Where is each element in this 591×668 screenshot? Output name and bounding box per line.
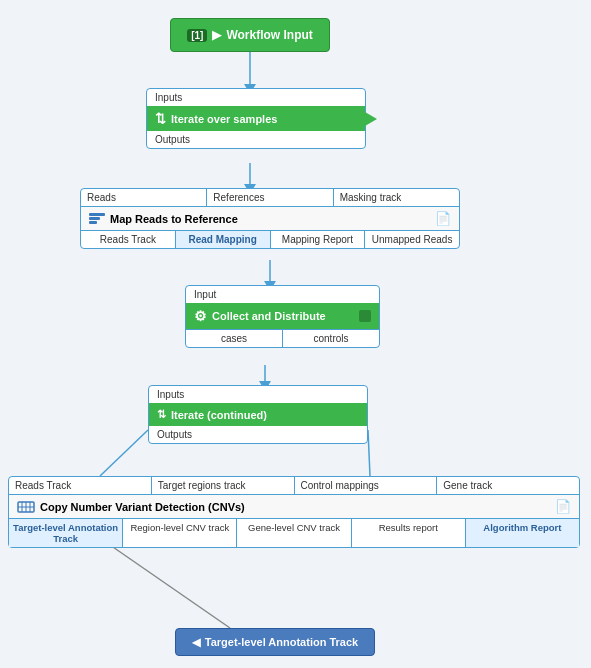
iterate-cont-input-label: Inputs (149, 386, 367, 403)
target-node-icon: ◀ (192, 636, 200, 649)
cnv-node[interactable]: Reads Track Target regions track Control… (8, 476, 580, 548)
iterate-cont-label: Iterate (continued) (171, 409, 267, 421)
cnv-header-control-mappings: Control mappings (295, 477, 438, 494)
cnv-icon (17, 500, 35, 514)
map-reads-header-masking: Masking track (334, 189, 459, 206)
cnv-output-results-report: Results report (352, 519, 466, 547)
iterate-cont-output-label: Outputs (149, 426, 367, 443)
iterate-samples-input-label: Inputs (147, 89, 365, 106)
cnv-output-target-annotation: Target-level Annotation Track (9, 519, 123, 547)
cnv-header: Reads Track Target regions track Control… (9, 477, 579, 495)
workflow-input-icon: ▶ (212, 28, 221, 42)
cnv-output-algorithm-report: Algorithm Report (466, 519, 579, 547)
collect-input-label: Input (186, 286, 379, 303)
map-reads-node[interactable]: Reads References Masking track Map Reads… (80, 188, 460, 249)
workflow-canvas: [1] ▶ Workflow Input Inputs ⇅ Iterate ov… (0, 0, 591, 668)
map-reads-icon (89, 213, 105, 225)
iterate-icon: ⇅ (155, 111, 166, 126)
cnv-output-region-cnv: Region-level CNV track (123, 519, 237, 547)
iterate-samples-bar[interactable]: ⇅ Iterate over samples (147, 106, 365, 131)
iterate-samples-node[interactable]: Inputs ⇅ Iterate over samples Outputs (146, 88, 366, 149)
collect-output-cases: cases (186, 330, 283, 347)
map-reads-output-read-mapping: Read Mapping (176, 231, 271, 248)
map-reads-header-reads: Reads (81, 189, 207, 206)
collect-arrow-indicator (359, 310, 371, 322)
target-node-label: Target-level Annotation Track (205, 636, 358, 648)
workflow-badge: [1] (187, 29, 207, 42)
cnv-output-gene-cnv: Gene-level CNV track (237, 519, 351, 547)
cnv-header-target-regions: Target regions track (152, 477, 295, 494)
svg-line-10 (110, 545, 230, 628)
svg-line-9 (368, 430, 370, 476)
cnv-header-reads-track: Reads Track (9, 477, 152, 494)
iterate-continued-node[interactable]: Inputs ⇅ Iterate (continued) Outputs (148, 385, 368, 444)
map-reads-outputs: Reads Track Read Mapping Mapping Report … (81, 231, 459, 248)
doc-icon: 📄 (435, 211, 451, 226)
cnv-title-row: Copy Number Variant Detection (CNVs) 📄 (9, 495, 579, 519)
collect-output-controls: controls (283, 330, 379, 347)
map-reads-output-reads-track: Reads Track (81, 231, 176, 248)
map-reads-title: Map Reads to Reference (110, 213, 238, 225)
iterate-samples-label: Iterate over samples (171, 113, 277, 125)
svg-line-8 (100, 430, 148, 476)
target-annotation-node[interactable]: ◀ Target-level Annotation Track (175, 628, 375, 656)
collect-icon: ⚙ (194, 308, 207, 324)
collect-distribute-node[interactable]: Input ⚙ Collect and Distribute cases con… (185, 285, 380, 348)
map-reads-output-unmapped: Unmapped Reads (365, 231, 459, 248)
collect-outputs: cases controls (186, 329, 379, 347)
cnv-title: Copy Number Variant Detection (CNVs) (40, 501, 245, 513)
cnv-doc-icon: 📄 (555, 499, 571, 514)
workflow-input-label: Workflow Input (226, 28, 312, 42)
iterate-cont-icon: ⇅ (157, 408, 166, 421)
map-reads-title-row: Map Reads to Reference 📄 (81, 207, 459, 231)
iterate-cont-bar[interactable]: ⇅ Iterate (continued) (149, 403, 367, 426)
cnv-outputs: Target-level Annotation Track Region-lev… (9, 519, 579, 547)
iterate-arrow (365, 112, 377, 126)
map-reads-output-mapping-report: Mapping Report (271, 231, 366, 248)
map-reads-header: Reads References Masking track (81, 189, 459, 207)
cnv-header-gene-track: Gene track (437, 477, 579, 494)
collect-label: Collect and Distribute (212, 310, 326, 322)
map-reads-header-references: References (207, 189, 333, 206)
iterate-samples-output-label: Outputs (147, 131, 365, 148)
workflow-input-node[interactable]: [1] ▶ Workflow Input (170, 18, 330, 52)
collect-bar[interactable]: ⚙ Collect and Distribute (186, 303, 379, 329)
